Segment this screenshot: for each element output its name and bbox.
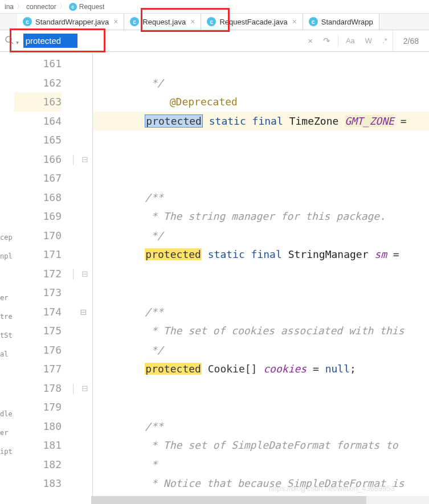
class-icon: c [130, 17, 139, 26]
search-count: 2/68 [393, 30, 429, 51]
search-icon[interactable]: ▾ [0, 35, 23, 46]
fold-icon[interactable]: ⎸⊟ [73, 382, 88, 394]
watermark: https://blog.csdn.net/weixin_43689953 [269, 484, 395, 493]
close-icon[interactable]: × [113, 17, 118, 26]
class-icon: c [309, 17, 318, 26]
svg-point-0 [6, 36, 11, 42]
breadcrumb-item[interactable]: ina [5, 3, 14, 11]
tab-request[interactable]: c Request.java × [124, 14, 201, 30]
tab-label: Request.java [142, 18, 186, 26]
tab-label: StandardWrapp [321, 18, 373, 26]
code-content[interactable]: */ @Deprecated protected static final Ti… [93, 52, 429, 504]
breadcrumb-item[interactable]: connector [26, 3, 56, 11]
match-word-toggle[interactable]: W [360, 36, 377, 45]
match-case-toggle[interactable]: Aa [341, 36, 360, 45]
tab-standardwrapp2[interactable]: c StandardWrapp [303, 14, 379, 30]
fold-column[interactable]: ⎸⊟ ⎸⊟ ⊟ ⎸⊟ [68, 52, 92, 504]
tab-label: StandardWrapper.java [35, 18, 109, 26]
history-icon[interactable]: ↷ [318, 36, 336, 46]
line-numbers: 161 162 163 164 165 166 167 168 169 170 … [14, 52, 68, 504]
svg-line-1 [11, 42, 13, 44]
tab-standardwrapper[interactable]: c StandardWrapper.java × [17, 14, 124, 30]
search-actions: × ↷ Aa W .* [303, 35, 393, 47]
class-icon: c [23, 17, 32, 26]
search-bar: ▾ × ↷ Aa W .* 2/68 [0, 30, 429, 52]
breadcrumb: ina 〉 connector 〉 c Request [0, 0, 429, 14]
chevron-right-icon: 〉 [17, 2, 23, 11]
fold-icon[interactable]: ⎸⊟ [73, 268, 88, 280]
editor-tabs: c StandardWrapper.java × c Request.java … [0, 14, 429, 30]
code-editor[interactable]: cep npl er tre tSt al dle er ipt 161 162… [0, 52, 429, 504]
fold-icon[interactable]: ⎸⊟ [73, 153, 88, 165]
tab-requestfacade[interactable]: c RequestFacade.java × [201, 14, 303, 30]
horizontal-scrollbar[interactable] [91, 496, 429, 504]
clear-icon[interactable]: × [303, 36, 318, 46]
class-icon: c [207, 17, 216, 26]
close-icon[interactable]: × [190, 17, 195, 26]
regex-toggle[interactable]: .* [377, 36, 393, 45]
scrollbar-thumb[interactable] [91, 496, 366, 504]
chevron-right-icon: 〉 [59, 2, 66, 11]
breadcrumb-item[interactable]: Request [79, 3, 105, 11]
side-panel-fragment: cep npl er tre tSt al dle er ipt [0, 228, 14, 461]
tab-label: RequestFacade.java [219, 18, 287, 26]
class-icon: c [69, 3, 77, 11]
search-input[interactable] [23, 34, 77, 48]
close-icon[interactable]: × [292, 17, 297, 26]
